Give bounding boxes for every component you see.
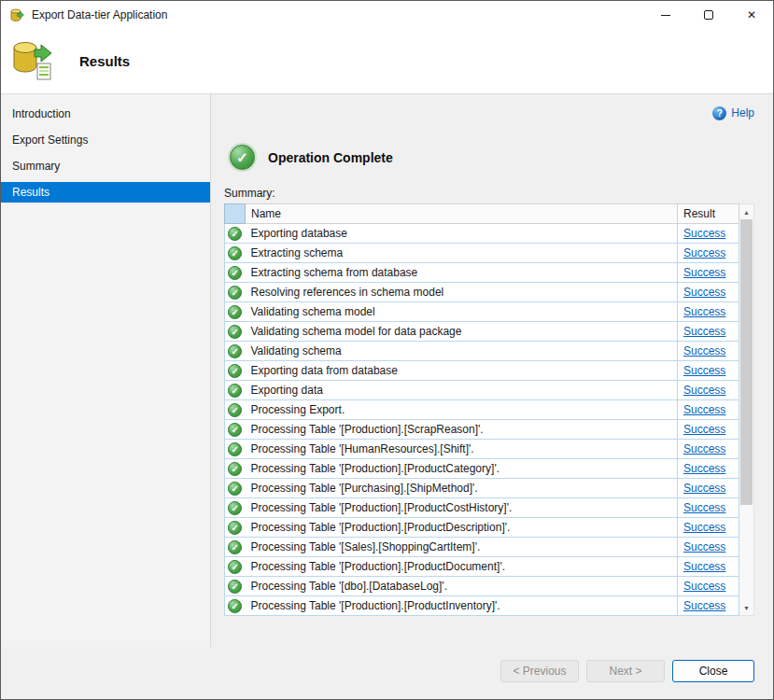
success-link[interactable]: Success [683, 462, 725, 475]
success-check-icon: ✓ [228, 384, 242, 398]
row-result-cell: Success [678, 283, 739, 302]
success-link[interactable]: Success [683, 442, 725, 455]
row-status-cell: ✓ [225, 459, 246, 479]
operation-complete-icon: ✓ [230, 145, 255, 170]
table-row: ✓Exporting data from databaseSuccess [225, 361, 739, 381]
row-result-cell: Success [678, 400, 739, 420]
row-name: Processing Table '[Purchasing].[ShipMeth… [246, 479, 678, 498]
row-status-cell: ✓ [225, 342, 246, 361]
success-link[interactable]: Success [683, 325, 725, 338]
scroll-thumb[interactable] [740, 219, 753, 505]
row-result-cell: Success [678, 361, 739, 381]
row-status-cell: ✓ [225, 518, 246, 538]
status-row: ✓ Operation Complete [230, 145, 754, 170]
row-status-cell: ✓ [225, 244, 246, 263]
success-link[interactable]: Success [683, 423, 725, 436]
close-button[interactable]: Close [672, 660, 754, 682]
success-link[interactable]: Success [683, 521, 725, 534]
success-check-icon: ✓ [228, 540, 242, 554]
success-link[interactable]: Success [683, 227, 725, 240]
success-check-icon: ✓ [228, 305, 242, 319]
titlebar-close-button[interactable]: ✕ [730, 1, 773, 29]
wizard-header: Results [1, 29, 773, 94]
success-check-icon: ✓ [228, 227, 242, 241]
table-row: ✓Processing Table '[Purchasing].[ShipMet… [225, 479, 739, 498]
minimize-icon [661, 15, 670, 16]
row-result-cell: Success [678, 420, 739, 440]
titlebar[interactable]: Export Data-tier Application ✕ [1, 1, 773, 29]
row-name: Processing Table '[Production].[ProductC… [246, 459, 678, 479]
table-row: ✓Processing Table '[Production].[Product… [225, 518, 739, 538]
sidebar-item-summary[interactable]: Summary [1, 156, 210, 176]
row-status-cell: ✓ [225, 479, 246, 498]
success-link[interactable]: Success [683, 266, 725, 279]
export-data-tier-window: Export Data-tier Application ✕ [0, 0, 774, 700]
row-result-cell: Success [678, 577, 739, 596]
success-link[interactable]: Success [683, 580, 725, 593]
row-status-cell: ✓ [225, 224, 246, 244]
row-result-cell: Success [678, 302, 739, 322]
minimize-button[interactable] [644, 1, 687, 29]
table-row: ✓Processing Table '[Production].[Product… [225, 498, 739, 518]
success-link[interactable]: Success [683, 403, 725, 416]
row-status-cell: ✓ [225, 596, 246, 616]
table-row: ✓Resolving references in schema modelSuc… [225, 283, 739, 302]
sidebar-item-export-settings[interactable]: Export Settings [1, 130, 210, 150]
table-row: ✓Processing Table '[Production].[Product… [225, 596, 739, 616]
row-result-cell: Success [678, 538, 739, 557]
row-status-cell: ✓ [225, 283, 246, 302]
row-status-cell: ✓ [225, 361, 246, 381]
results-table-area: Name Result ✓Exporting databaseSuccess✓E… [224, 203, 754, 616]
scroll-down-button[interactable]: ▼ [739, 600, 753, 615]
table-row: ✓Validating schemaSuccess [225, 342, 739, 361]
success-check-icon: ✓ [228, 266, 242, 280]
table-row: ✓Processing Export.Success [225, 400, 739, 420]
row-name: Processing Export. [246, 400, 678, 420]
page-title: Results [79, 53, 130, 69]
table-row: ✓Extracting schemaSuccess [225, 244, 739, 263]
row-status-cell: ✓ [225, 400, 246, 420]
table-row: ✓Processing Table '[Production].[Product… [225, 459, 739, 479]
row-name: Processing Table '[HumanResources].[Shif… [246, 440, 678, 459]
help-icon: ? [712, 106, 726, 120]
column-header-result[interactable]: Result [678, 204, 739, 224]
next-button[interactable]: Next > [586, 660, 665, 682]
row-result-cell: Success [678, 224, 739, 244]
success-link[interactable]: Success [683, 286, 725, 299]
row-result-cell: Success [678, 479, 739, 498]
row-name: Exporting data [246, 381, 678, 400]
scroll-track[interactable] [739, 219, 753, 600]
success-link[interactable]: Success [683, 364, 725, 377]
success-check-icon: ✓ [228, 286, 242, 300]
success-link[interactable]: Success [683, 384, 725, 397]
row-name: Validating schema [246, 342, 678, 361]
previous-button[interactable]: < Previous [500, 660, 579, 682]
success-link[interactable]: Success [683, 540, 725, 553]
results-table: Name Result ✓Exporting databaseSuccess✓E… [224, 203, 739, 616]
row-status-cell: ✓ [225, 302, 246, 322]
maximize-button[interactable] [687, 1, 730, 29]
success-link[interactable]: Success [683, 482, 725, 495]
success-link[interactable]: Success [683, 305, 725, 318]
success-check-icon: ✓ [228, 462, 242, 476]
sidebar-item-results[interactable]: Results [1, 182, 210, 203]
row-result-cell: Success [678, 244, 739, 263]
column-header-status [225, 204, 246, 224]
success-link[interactable]: Success [683, 599, 725, 612]
success-link[interactable]: Success [683, 501, 725, 514]
row-name: Processing Table '[Sales].[ShoppingCartI… [246, 538, 678, 557]
row-name: Extracting schema [246, 244, 678, 263]
footer: < Previous Next > Close [1, 647, 773, 699]
scroll-up-button[interactable]: ▲ [739, 204, 753, 219]
column-header-name[interactable]: Name [246, 204, 678, 224]
success-link[interactable]: Success [683, 246, 725, 259]
row-name: Validating schema model for data package [246, 322, 678, 342]
success-link[interactable]: Success [683, 344, 725, 357]
sidebar-item-introduction[interactable]: Introduction [1, 104, 210, 124]
success-link[interactable]: Success [683, 560, 725, 573]
operation-complete-title: Operation Complete [268, 150, 393, 165]
row-name: Extracting schema from database [246, 263, 678, 283]
help-link[interactable]: ? Help [224, 105, 754, 120]
success-check-icon: ✓ [228, 501, 242, 515]
row-status-cell: ✓ [225, 440, 246, 459]
